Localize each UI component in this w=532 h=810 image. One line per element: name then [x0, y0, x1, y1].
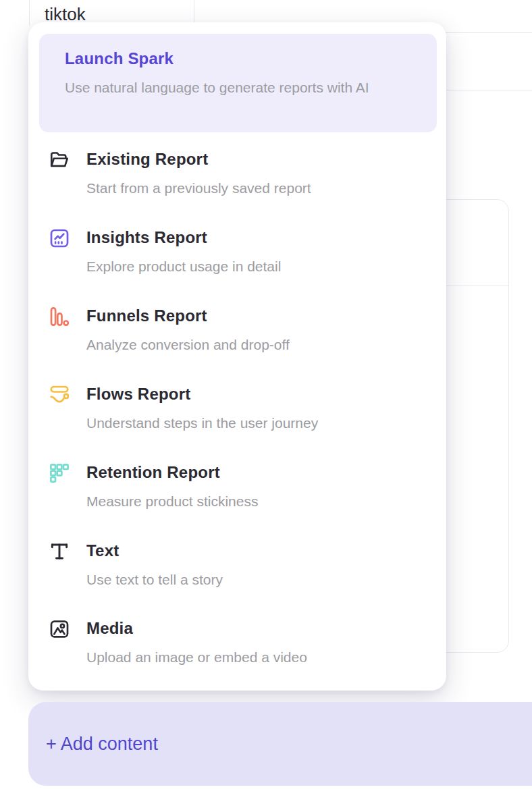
menu-item-title: Flows Report	[86, 383, 318, 405]
menu-item-description: Understand steps in the user journey	[86, 412, 318, 434]
menu-item-title: Media	[86, 618, 307, 639]
insights-chart-icon	[49, 227, 70, 249]
flows-icon	[49, 384, 70, 406]
menu-item-text[interactable]: Text Use text to tell a story	[49, 540, 430, 591]
add-content-button[interactable]: + Add content	[28, 702, 532, 786]
menu-item-insights-report[interactable]: Insights Report Explore product usage in…	[49, 227, 430, 277]
menu-item-launch-spark[interactable]: Launch Spark Use natural language to gen…	[39, 34, 437, 132]
add-content-menu: Launch Spark Use natural language to gen…	[28, 22, 446, 691]
folder-open-icon	[49, 149, 70, 171]
menu-item-title: Retention Report	[86, 462, 258, 483]
menu-item-funnels-report[interactable]: Funnels Report Analyze conversion and dr…	[49, 305, 430, 356]
menu-item-title: Funnels Report	[86, 305, 290, 327]
background-table-vline-left	[29, 0, 30, 26]
menu-item-description: Use text to tell a story	[86, 568, 223, 591]
text-icon	[49, 541, 70, 562]
menu-item-description: Use natural language to generate reports…	[65, 76, 369, 99]
retention-grid-icon	[49, 462, 70, 484]
media-image-icon	[49, 618, 70, 640]
board-page: tiktok Launch Spark Use natural language…	[0, 0, 532, 810]
menu-item-existing-report[interactable]: Existing Report Start from a previously …	[49, 148, 430, 199]
menu-item-title: Launch Spark	[65, 48, 369, 70]
menu-item-title: Insights Report	[86, 227, 281, 248]
menu-item-description: Start from a previously saved report	[86, 177, 311, 199]
menu-item-flows-report[interactable]: Flows Report Understand steps in the use…	[49, 383, 430, 434]
menu-item-media[interactable]: Media Upload an image or embed a video	[49, 618, 430, 668]
funnel-bars-icon	[49, 306, 70, 327]
menu-item-description: Upload an image or embed a video	[86, 646, 307, 668]
add-content-label: + Add content	[46, 734, 158, 755]
menu-item-title: Text	[86, 540, 223, 562]
menu-item-retention-report[interactable]: Retention Report Measure product stickin…	[49, 462, 430, 512]
menu-item-title: Existing Report	[86, 148, 311, 170]
menu-item-description: Analyze conversion and drop-off	[86, 333, 290, 356]
menu-item-description: Measure product stickiness	[86, 490, 258, 512]
menu-item-description: Explore product usage in detail	[86, 255, 281, 277]
